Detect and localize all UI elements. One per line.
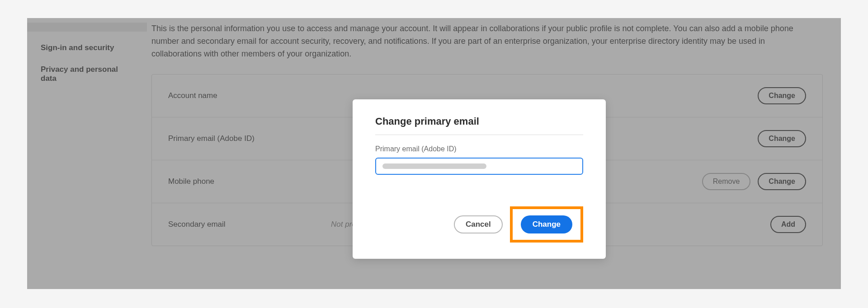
change-button[interactable]: Change bbox=[521, 215, 572, 233]
page-container: Sign-in and security Privacy and persona… bbox=[27, 18, 841, 289]
change-primary-email-modal: Change primary email Primary email (Adob… bbox=[353, 99, 606, 259]
highlight-box: Change bbox=[510, 206, 583, 243]
modal-title: Change primary email bbox=[375, 116, 583, 135]
cancel-button[interactable]: Cancel bbox=[454, 215, 503, 233]
redacted-email-value bbox=[382, 163, 486, 169]
modal-actions: Cancel Change bbox=[375, 206, 583, 243]
modal-field-label: Primary email (Adobe ID) bbox=[375, 145, 583, 153]
primary-email-input[interactable] bbox=[375, 158, 583, 175]
